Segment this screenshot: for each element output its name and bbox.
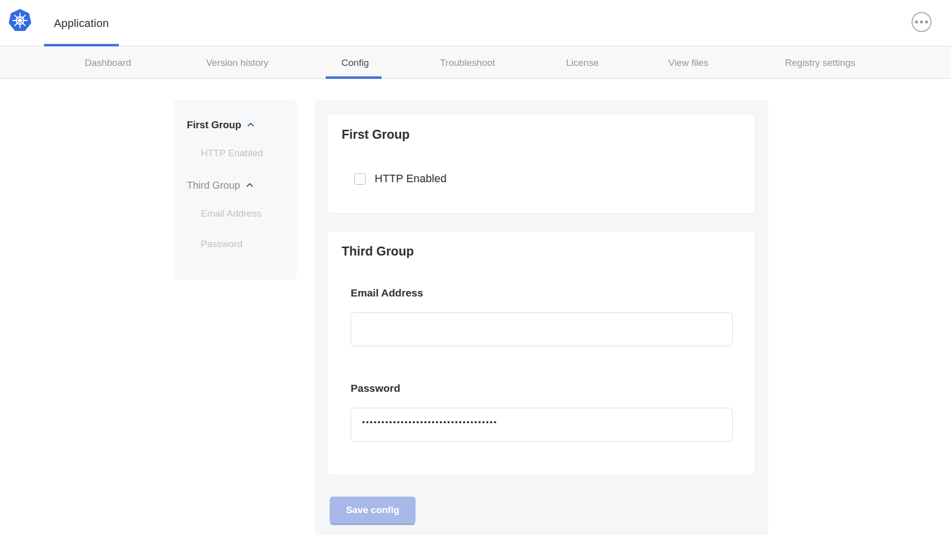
sidebar-item-http-enabled[interactable]: HTTP Enabled	[174, 148, 297, 160]
ellipsis-dot	[915, 20, 918, 23]
config-panel: First Group HTTP Enabled Third Group Ema…	[315, 100, 768, 535]
tab-dashboard[interactable]: Dashboard	[85, 47, 131, 79]
active-config-tab-underline	[326, 76, 382, 79]
page: Application Dashboard Version history Co…	[0, 0, 951, 560]
chevron-up-icon	[246, 120, 255, 129]
sidebar-group-label: Third Group	[187, 180, 240, 191]
kubernetes-logo-icon	[8, 8, 32, 32]
sidebar-group-first-group[interactable]: First Group	[174, 118, 297, 132]
password-masked-value: •••••••••••••••••••••••••••••••••••	[362, 418, 497, 426]
config-group-card-third: Third Group Email Address Password •••••…	[327, 231, 755, 475]
ellipsis-menu-button[interactable]	[912, 12, 932, 32]
tab-version-history[interactable]: Version history	[206, 47, 269, 79]
tab-troubleshoot[interactable]: Troubleshoot	[440, 47, 495, 79]
app-header: Application	[0, 0, 951, 46]
email-address-label: Email Address	[351, 287, 423, 299]
application-tab-label: Application	[54, 17, 109, 30]
sidebar-item-email-address[interactable]: Email Address	[174, 208, 297, 220]
chevron-up-icon	[245, 181, 254, 190]
config-sidebar: First Group HTTP Enabled Third Group Ema…	[174, 100, 297, 280]
sidebar-group-third-group[interactable]: Third Group	[174, 178, 297, 192]
email-address-input[interactable]	[351, 312, 733, 346]
http-enabled-label: HTTP Enabled	[375, 172, 447, 185]
sidebar-item-password[interactable]: Password	[174, 239, 297, 251]
config-group-card-first: First Group HTTP Enabled	[327, 114, 755, 214]
tab-license[interactable]: License	[566, 47, 599, 79]
tab-view-files[interactable]: View files	[668, 47, 708, 79]
http-enabled-row: HTTP Enabled	[354, 172, 447, 185]
config-navbar: Dashboard Version history Config Trouble…	[0, 47, 951, 79]
save-config-button[interactable]: Save config	[330, 497, 416, 524]
ellipsis-dot	[920, 20, 923, 23]
ellipsis-dot	[925, 20, 928, 23]
tab-registry-settings[interactable]: Registry settings	[785, 47, 855, 79]
active-tab-underline	[44, 44, 119, 46]
group-title-third: Third Group	[342, 244, 414, 259]
password-input[interactable]: •••••••••••••••••••••••••••••••••••	[351, 408, 733, 442]
sidebar-group-label: First Group	[187, 119, 241, 131]
tab-config[interactable]: Config	[342, 47, 369, 79]
tab-application[interactable]: Application	[44, 0, 119, 46]
group-title-first: First Group	[342, 127, 410, 142]
http-enabled-checkbox[interactable]	[354, 173, 366, 185]
password-label: Password	[351, 382, 400, 394]
